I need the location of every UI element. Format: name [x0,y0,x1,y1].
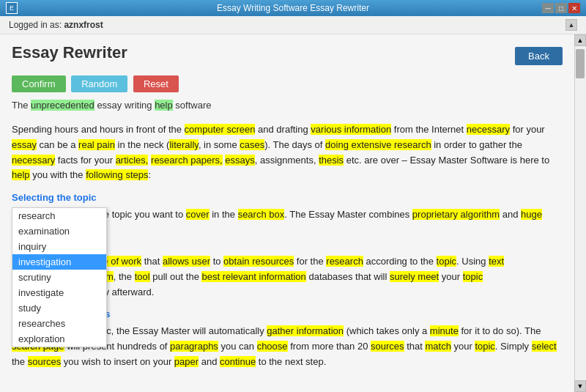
s2-research: research [326,256,363,267]
s3-paper: paper [174,356,199,367]
confirm-button[interactable]: Confirm [12,75,66,92]
close-button[interactable]: ✕ [568,3,580,13]
s2-surely: surely meet [390,271,439,282]
dropdown-item-researches[interactable]: researches [12,316,106,331]
dropdown-item-study[interactable]: study [12,300,106,316]
title-bar-title: Essay Writing Software Essay Rewriter [217,3,369,13]
hl-research-papers: research papers, [151,155,223,166]
section1-heading: Selecting the topic [12,192,563,203]
s2-text: text [489,256,504,267]
hl-following: following steps [86,169,148,180]
s1-proprietary: proprietary algorithm [412,209,500,220]
s2-topic2: topic [463,271,483,282]
logged-in-bar: Logged in as: aznxfrost ▲ [0,16,586,34]
intro-paragraph: Spending hours and hours in front of the… [12,122,563,183]
section1-container: Selecting the topic research examination… [12,192,563,232]
s3-sources2: sources [28,356,62,367]
back-button[interactable]: Back [515,47,563,65]
hl-various-info: various information [311,124,391,135]
dropdown-item-inquiry[interactable]: inquiry [12,239,106,254]
s1-huge: huge [521,209,542,220]
dropdown-item-examination[interactable]: examination [12,223,106,239]
scrollbar-down-btn[interactable]: ▼ [574,380,586,392]
username: aznxfrost [64,20,103,30]
s3-match: match [425,341,450,352]
s3-minute: minute [430,325,459,336]
hl-necessary1: necessary [467,124,510,135]
dropdown-item-exploration[interactable]: exploration [12,331,106,347]
s1-cover: cover [186,209,209,220]
hl-real-pain: real pain [78,139,115,150]
dropdown-item-research[interactable]: research [12,208,106,223]
tagline-highlight2: help [155,100,173,111]
s3-topic: topic [475,341,494,352]
hl-help: help [12,169,30,180]
title-bar: E Essay Writing Software Essay Rewriter … [0,0,586,16]
s3-paragraphs: paragraphs [170,341,218,352]
s3-select: select [532,341,557,352]
minimize-button[interactable]: ─ [542,3,554,13]
s3-gather: gather information [267,325,344,336]
tagline-highlight1: unprecedented [31,100,94,111]
title-bar-controls: ─ □ ✕ [542,3,580,13]
section1-content: research examination inquiry investigati… [12,207,563,232]
page-title: Essay Rewriter [12,43,127,62]
s3-sources: sources [371,341,404,352]
s3-continue: continue [220,356,256,367]
hl-essay: essay [12,139,37,150]
hl-cases: cases [240,139,264,150]
scrollbar-up-arrow[interactable]: ▲ [565,19,577,31]
window-body: Logged in as: aznxfrost ▲ Essay Rewriter… [0,16,586,392]
random-button[interactable]: Random [71,75,127,92]
hl-articles: articles, [116,155,149,166]
hl-doing-research: doing extensive research [325,139,431,150]
hl-computer-screen: computer screen [185,124,256,135]
action-buttons: Confirm Random Reset [12,75,563,92]
scrollbar-thumb[interactable] [576,49,585,78]
s2-tool: tool [135,271,150,282]
reset-button[interactable]: Reset [133,75,179,92]
main-content: Essay Rewriter Back Confirm Random Reset… [0,34,586,392]
dropdown-menu[interactable]: research examination inquiry investigati… [12,207,107,347]
maximize-button[interactable]: □ [555,3,567,13]
scrollbar-up-btn[interactable]: ▲ [574,34,586,46]
s1-search-box: search box [238,209,285,220]
hl-literally: literally [169,139,199,150]
top-bar: Essay Rewriter Back [12,43,563,68]
dropdown-item-investigation[interactable]: investigation [12,254,106,270]
s3-choose: choose [257,341,288,352]
s2-best: best relevant information [201,271,305,282]
tagline: The unprecedented essay writing help sof… [12,100,563,111]
s2-allows: allows user [163,256,210,267]
scrollbar-track: ▲ ▼ [574,34,586,392]
s2-topic: topic [437,256,456,267]
dropdown-item-investigate[interactable]: investigate [12,285,106,300]
title-bar-icon: E [6,2,18,14]
hl-necessary2: necessary [12,155,55,166]
logged-in-label: Logged in as: aznxfrost [9,20,103,30]
hl-essays: essays [225,155,254,166]
hl-thesis: thesis [319,155,344,166]
dropdown-item-scrutiny[interactable]: scrutiny [12,270,106,285]
scroll-area[interactable]: Essay Rewriter Back Confirm Random Reset… [0,34,574,392]
s2-obtain: obtain resources [223,256,294,267]
